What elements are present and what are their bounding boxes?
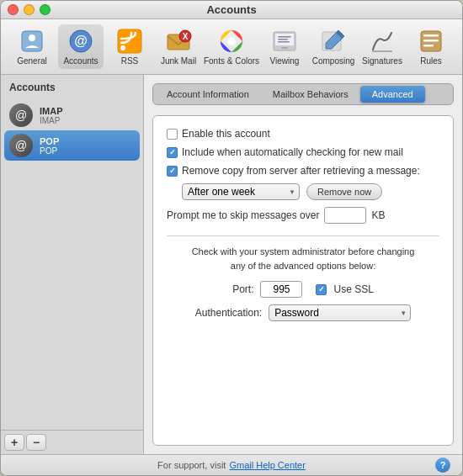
signatures-label: Signatures bbox=[362, 56, 402, 66]
remove-options-row: After one week After one day After one m… bbox=[167, 183, 439, 200]
divider bbox=[167, 235, 439, 236]
remove-dropdown[interactable]: After one week After one day After one m… bbox=[182, 183, 300, 200]
remove-copy-checkbox[interactable] bbox=[167, 166, 178, 177]
junk-mail-icon: X bbox=[165, 28, 192, 55]
signatures-icon bbox=[369, 28, 396, 55]
right-panel: Account Information Mailbox Behaviors Ad… bbox=[144, 75, 462, 454]
sidebar-item-imap[interactable]: @ IMAP IMAP bbox=[4, 100, 140, 130]
toolbar-item-accounts[interactable]: @ Accounts bbox=[58, 24, 104, 69]
tab-bar: Account Information Mailbox Behaviors Ad… bbox=[152, 83, 454, 105]
pop-account-icon: @ bbox=[9, 134, 33, 157]
pop-account-type: POP bbox=[40, 146, 59, 156]
composing-label: Composing bbox=[312, 56, 355, 66]
main-content: Accounts @ IMAP IMAP @ POP POP bbox=[1, 75, 462, 454]
sidebar-item-pop[interactable]: @ POP POP bbox=[4, 130, 140, 161]
include-checking-label[interactable]: Include when automatically checking for … bbox=[167, 146, 403, 158]
svg-rect-16 bbox=[281, 47, 288, 49]
ssl-label: Use SSL bbox=[333, 283, 373, 295]
toolbar-item-rss[interactable]: RSS bbox=[107, 24, 152, 69]
accounts-list: @ IMAP IMAP @ POP POP bbox=[1, 97, 143, 430]
remove-account-button[interactable]: − bbox=[26, 434, 46, 451]
toolbar-item-general[interactable]: General bbox=[9, 24, 55, 69]
toolbar-item-rules[interactable]: Rules bbox=[408, 24, 454, 69]
tab-advanced[interactable]: Advanced bbox=[360, 86, 425, 103]
svg-text:X: X bbox=[183, 32, 189, 41]
auth-label: Authentication: bbox=[195, 307, 262, 319]
imap-account-info: IMAP IMAP bbox=[40, 106, 63, 125]
auth-row: Authentication: Password MD5 Challenge-R… bbox=[167, 304, 439, 321]
viewing-icon bbox=[271, 28, 298, 55]
svg-rect-20 bbox=[423, 34, 439, 37]
svg-point-10 bbox=[227, 37, 236, 45]
imap-account-name: IMAP bbox=[40, 106, 63, 116]
fonts-colors-label: Fonts & Colors bbox=[204, 56, 259, 66]
svg-point-5 bbox=[120, 45, 125, 50]
auth-dropdown[interactable]: Password MD5 Challenge-Response NTLM Ker… bbox=[269, 304, 411, 321]
toolbar-item-composing[interactable]: Composing bbox=[311, 24, 356, 69]
composing-icon bbox=[320, 28, 347, 55]
port-row: Port: Use SSL bbox=[167, 281, 439, 298]
advanced-content: Enable this account Include when automat… bbox=[152, 115, 454, 446]
toolbar-item-signatures[interactable]: Signatures bbox=[359, 24, 405, 69]
remove-dropdown-wrapper: After one week After one day After one m… bbox=[182, 183, 300, 200]
remove-now-button[interactable]: Remove now bbox=[306, 183, 382, 200]
imap-account-type: IMAP bbox=[40, 116, 63, 125]
svg-point-1 bbox=[29, 34, 35, 41]
remove-copy-row: Remove copy from server after retrieving… bbox=[167, 165, 439, 177]
enable-account-row: Enable this account bbox=[167, 128, 439, 140]
include-checking-checkbox[interactable] bbox=[167, 147, 178, 158]
admin-info: Check with your system administrator bef… bbox=[167, 245, 439, 272]
imap-account-icon: @ bbox=[9, 103, 33, 127]
enable-account-label[interactable]: Enable this account bbox=[167, 128, 270, 140]
port-input[interactable] bbox=[260, 281, 302, 298]
rss-icon bbox=[116, 28, 143, 55]
skip-input[interactable] bbox=[324, 207, 366, 224]
accounts-icon: @ bbox=[67, 28, 94, 55]
help-button[interactable]: ? bbox=[435, 457, 450, 473]
toolbar: General @ Accounts RSS bbox=[1, 19, 462, 75]
junk-mail-label: Junk Mail bbox=[161, 56, 196, 66]
svg-rect-15 bbox=[278, 41, 290, 43]
skip-unit: KB bbox=[371, 209, 385, 221]
support-text: For support, visit bbox=[157, 460, 226, 470]
viewing-label: Viewing bbox=[270, 56, 300, 66]
toolbar-item-viewing[interactable]: Viewing bbox=[262, 24, 307, 69]
add-account-button[interactable]: + bbox=[4, 434, 24, 451]
remove-copy-label[interactable]: Remove copy from server after retrieving… bbox=[167, 165, 420, 177]
svg-rect-22 bbox=[423, 45, 434, 47]
skip-label: Prompt me to skip messages over bbox=[167, 209, 319, 221]
toolbar-item-fonts-colors[interactable]: Fonts & Colors bbox=[205, 24, 258, 69]
maximize-button[interactable] bbox=[40, 4, 51, 15]
minimize-button[interactable] bbox=[24, 4, 35, 15]
gmail-help-link[interactable]: Gmail Help Center bbox=[229, 460, 305, 470]
sidebar-header: Accounts bbox=[1, 75, 143, 97]
tab-account-information[interactable]: Account Information bbox=[155, 86, 261, 103]
window-footer: For support, visit Gmail Help Center ? bbox=[1, 454, 462, 475]
ssl-checkbox[interactable] bbox=[316, 284, 327, 295]
main-window: Accounts General @ Accounts bbox=[0, 0, 463, 476]
sidebar: Accounts @ IMAP IMAP @ POP POP bbox=[1, 75, 144, 454]
general-icon bbox=[19, 28, 45, 55]
close-button[interactable] bbox=[8, 4, 19, 15]
svg-rect-21 bbox=[423, 40, 439, 42]
auth-dropdown-wrapper: Password MD5 Challenge-Response NTLM Ker… bbox=[269, 304, 411, 321]
rules-icon bbox=[418, 28, 444, 55]
rules-label: Rules bbox=[420, 56, 442, 66]
port-label: Port: bbox=[232, 283, 253, 295]
tab-mailbox-behaviors[interactable]: Mailbox Behaviors bbox=[261, 86, 360, 103]
window-title: Accounts bbox=[206, 3, 256, 16]
skip-messages-row: Prompt me to skip messages over KB bbox=[167, 207, 439, 224]
pop-account-info: POP POP bbox=[40, 136, 59, 156]
titlebar: Accounts bbox=[1, 1, 462, 19]
accounts-label: Accounts bbox=[63, 56, 98, 66]
svg-rect-13 bbox=[278, 36, 291, 38]
toolbar-item-junk-mail[interactable]: X Junk Mail bbox=[156, 24, 201, 69]
enable-account-checkbox[interactable] bbox=[167, 129, 178, 140]
svg-text:@: @ bbox=[74, 34, 88, 48]
rss-label: RSS bbox=[121, 56, 139, 66]
svg-rect-14 bbox=[278, 39, 288, 40]
window-controls bbox=[8, 4, 51, 15]
fonts-colors-icon bbox=[218, 28, 245, 55]
general-label: General bbox=[17, 56, 47, 66]
sidebar-footer: + − bbox=[1, 430, 143, 454]
